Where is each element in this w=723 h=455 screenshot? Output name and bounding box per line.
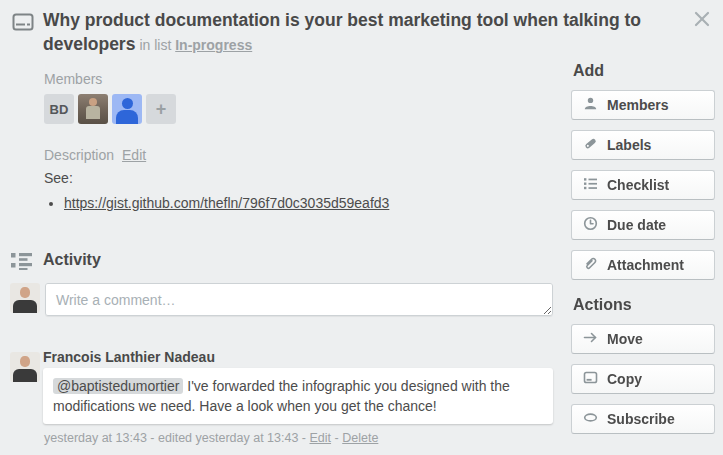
member-avatar-photo[interactable] [78, 94, 108, 124]
member-avatar-initials[interactable]: BD [44, 94, 74, 124]
clock-icon [583, 216, 598, 234]
copy-button-label: Copy [607, 371, 642, 387]
current-user-avatar [10, 283, 40, 313]
due-date-button[interactable]: Due date [571, 210, 715, 240]
comment-timestamp: yesterday at 13:43 [44, 431, 147, 445]
subscribe-button[interactable]: Subscribe [571, 404, 715, 434]
meta-separator: - [150, 431, 154, 445]
comment-meta: yesterday at 13:43 - edited yesterday at… [44, 431, 378, 445]
members-button-label: Members [607, 97, 668, 113]
copy-button[interactable]: Copy [571, 364, 715, 394]
actions-heading: Actions [573, 296, 715, 314]
card-icon [12, 13, 34, 35]
eye-icon [583, 410, 598, 428]
list-item: https://gist.github.com/thefln/796f7d0c3… [64, 195, 389, 211]
comment-edited-timestamp: edited yesterday at 13:43 [158, 431, 298, 445]
comment-author-avatar [10, 352, 40, 382]
move-button-label: Move [607, 331, 643, 347]
description-label: Description [44, 147, 114, 163]
card-title-text: Why product documentation is your best m… [43, 10, 641, 54]
description-edit-link[interactable]: Edit [122, 147, 146, 163]
arrow-right-icon [583, 330, 598, 348]
attachment-button-label: Attachment [607, 257, 684, 273]
due-date-button-label: Due date [607, 217, 666, 233]
label-icon [583, 136, 598, 154]
comment-delete-link[interactable]: Delete [342, 431, 378, 445]
members-avatar-row: BD + [44, 94, 176, 124]
gist-link[interactable]: https://gist.github.com/thefln/796f7d0c3… [64, 195, 389, 211]
mention-chip[interactable]: @baptistedumortier [53, 378, 183, 394]
description-header: DescriptionEdit [44, 147, 146, 163]
description-list: https://gist.github.com/thefln/796f7d0c3… [64, 195, 389, 211]
move-button[interactable]: Move [571, 324, 715, 354]
card-detail-window: Why product documentation is your best m… [0, 0, 723, 455]
description-intro: See: [44, 170, 73, 186]
meta-separator: - [335, 431, 339, 445]
paperclip-icon [583, 256, 598, 274]
list-link[interactable]: In-progress [175, 37, 252, 53]
checklist-button[interactable]: Checklist [571, 170, 715, 200]
comment-edit-link[interactable]: Edit [310, 431, 332, 445]
labels-button-label: Labels [607, 137, 651, 153]
close-icon[interactable] [693, 10, 711, 28]
activity-heading: Activity [43, 251, 101, 269]
member-icon [583, 96, 598, 114]
comment-input[interactable] [45, 283, 553, 316]
member-avatar-default[interactable] [112, 94, 142, 124]
attachment-button[interactable]: Attachment [571, 250, 715, 280]
subscribe-button-label: Subscribe [607, 411, 675, 427]
members-button[interactable]: Members [571, 90, 715, 120]
activity-icon [11, 252, 32, 274]
comment-author-name: Francois Lanthier Nadeau [43, 349, 215, 365]
in-list-label: in list [139, 37, 171, 53]
labels-button[interactable]: Labels [571, 130, 715, 160]
add-member-button[interactable]: + [146, 94, 176, 124]
page-title: Why product documentation is your best m… [43, 8, 649, 57]
sidebar: Add Members Labels [571, 62, 715, 444]
meta-separator: - [302, 431, 306, 445]
checklist-button-label: Checklist [607, 177, 669, 193]
members-label: Members [44, 71, 102, 87]
add-heading: Add [573, 62, 715, 80]
checklist-icon [583, 176, 598, 194]
card-icon [583, 370, 598, 388]
comment-bubble: @baptistedumortier I've forwarded the in… [43, 368, 553, 424]
